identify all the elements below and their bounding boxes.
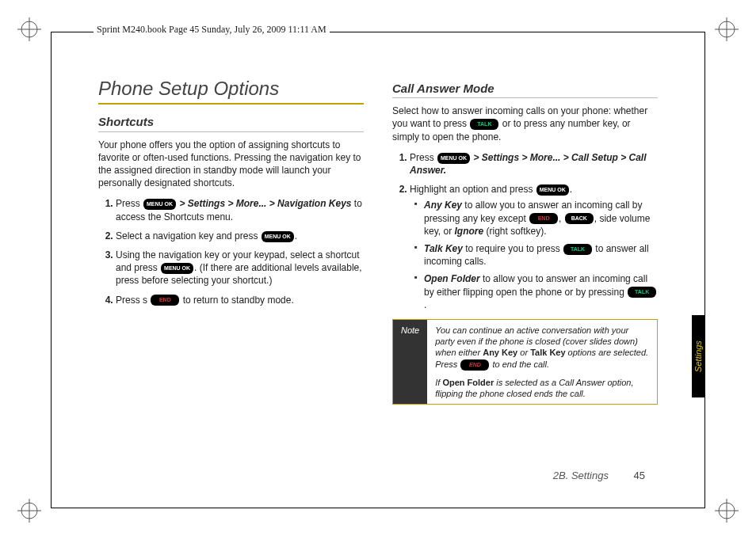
text: Talk Key bbox=[530, 348, 565, 357]
option-label: Any Key bbox=[424, 200, 462, 211]
list-item: Any Key to allow you to answer an incomi… bbox=[414, 199, 658, 238]
menu-ok-key-icon: MENU OK bbox=[143, 199, 176, 210]
page-body: Phone Setup Options Shortcuts Your phone… bbox=[51, 48, 705, 496]
options-list: Any Key to allow you to answer an incomi… bbox=[414, 199, 658, 311]
crop-mark-icon bbox=[17, 17, 41, 41]
step: Select a navigation key and press MENU O… bbox=[116, 230, 364, 242]
subsection-call-answer: Call Answer Mode bbox=[392, 81, 658, 98]
list-item: Talk Key to require you to press TALK to… bbox=[414, 242, 658, 268]
option-label: Talk Key bbox=[424, 243, 463, 254]
call-answer-intro: Select how to answer incoming calls on y… bbox=[392, 105, 658, 143]
crop-mark-icon bbox=[715, 499, 739, 523]
shortcuts-steps: Press MENU OK > Settings > More... > Nav… bbox=[98, 197, 364, 306]
text: Press s bbox=[116, 295, 150, 306]
menu-ok-key-icon: MENU OK bbox=[262, 231, 294, 242]
text: Press bbox=[116, 198, 143, 209]
side-tab-settings: Settings bbox=[692, 315, 704, 397]
text: (right softkey). bbox=[483, 226, 546, 237]
call-answer-steps: Press MENU OK > Settings > More... > Cal… bbox=[392, 151, 658, 311]
list-item: Open Folder to allow you to answer an in… bbox=[414, 272, 658, 311]
talk-key-icon: TALK bbox=[470, 119, 498, 130]
footer-section: 2B. Settings bbox=[553, 470, 609, 481]
text: , bbox=[559, 213, 564, 224]
note-label: Note bbox=[393, 320, 427, 405]
page-header: Sprint M240.book Page 45 Sunday, July 26… bbox=[94, 24, 330, 36]
step: Press MENU OK > Settings > More... > Cal… bbox=[410, 151, 658, 177]
step: Highlight an option and press MENU OK. A… bbox=[410, 183, 658, 311]
text: Select a navigation key and press bbox=[116, 230, 261, 241]
text: Press bbox=[410, 152, 437, 163]
step: Using the navigation key or your keypad,… bbox=[116, 249, 364, 287]
end-key-icon: END bbox=[460, 359, 489, 371]
note-body: You can continue an active conversation … bbox=[427, 320, 657, 405]
option-label: Open Folder bbox=[424, 273, 480, 284]
menu-ok-key-icon: MENU OK bbox=[161, 263, 193, 274]
section-title: Phone Setup Options bbox=[98, 76, 364, 105]
ignore-label: Ignore bbox=[454, 226, 483, 237]
step: Press MENU OK > Settings > More... > Nav… bbox=[116, 197, 364, 222]
back-key-icon: BACK bbox=[565, 213, 594, 224]
text: Highlight an option and press bbox=[410, 184, 536, 195]
menu-ok-key-icon: MENU OK bbox=[536, 184, 569, 196]
step: Press s END to return to standby mode. bbox=[116, 294, 364, 306]
text: or bbox=[517, 348, 530, 357]
menu-path: > Settings > More... > Navigation Keys bbox=[177, 198, 351, 209]
end-key-icon: END bbox=[151, 295, 179, 306]
right-column: Call Answer Mode Select how to answer in… bbox=[392, 76, 658, 496]
crop-mark-icon bbox=[17, 499, 41, 523]
text: Open Folder bbox=[442, 378, 494, 387]
page-footer: 2B. Settings 45 bbox=[553, 470, 645, 481]
text: to end the call. bbox=[490, 359, 549, 369]
shortcuts-intro: Your phone offers you the option of assi… bbox=[98, 139, 364, 190]
note-box: Note You can continue an active conversa… bbox=[392, 319, 658, 405]
text: to return to standby mode. bbox=[180, 295, 293, 306]
crop-mark-icon bbox=[715, 17, 739, 41]
side-tab-label: Settings bbox=[693, 340, 703, 372]
text: to require you to press bbox=[463, 243, 563, 254]
talk-key-icon: TALK bbox=[563, 244, 592, 255]
end-key-icon: END bbox=[529, 213, 558, 224]
menu-ok-key-icon: MENU OK bbox=[437, 153, 470, 164]
text: Any Key bbox=[483, 348, 517, 357]
left-column: Phone Setup Options Shortcuts Your phone… bbox=[98, 76, 364, 496]
footer-page-number: 45 bbox=[634, 470, 645, 481]
subsection-shortcuts: Shortcuts bbox=[98, 114, 364, 131]
talk-key-icon: TALK bbox=[628, 287, 656, 298]
